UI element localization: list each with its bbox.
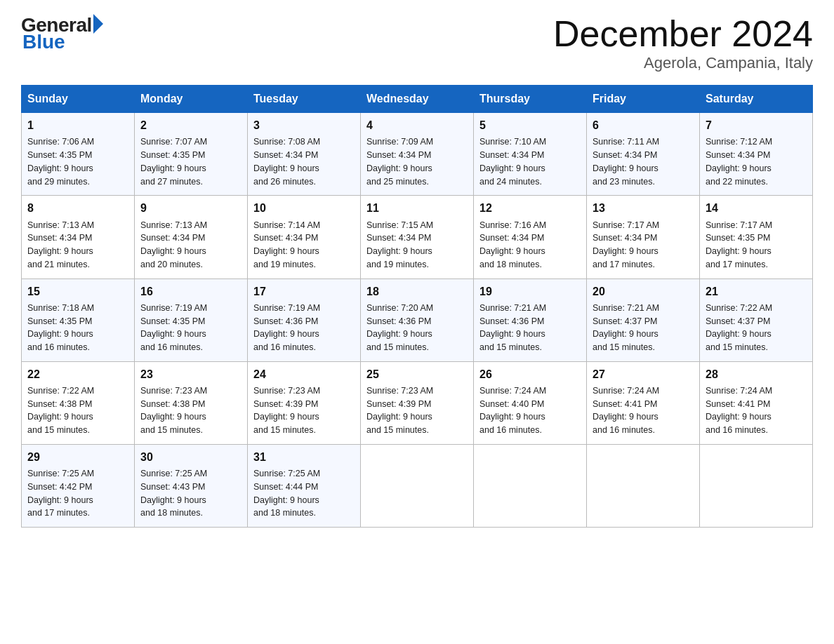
day-info: Sunrise: 7:22 AMSunset: 4:37 PMDaylight:… xyxy=(706,302,807,354)
day-number: 8 xyxy=(27,200,128,216)
empty-day-cell xyxy=(474,444,587,527)
calendar-day-cell: 2Sunrise: 7:07 AMSunset: 4:35 PMDaylight… xyxy=(135,113,248,196)
column-header-friday: Friday xyxy=(587,86,700,113)
logo-triangle-icon xyxy=(93,14,103,34)
calendar-day-cell: 19Sunrise: 7:21 AMSunset: 4:36 PMDayligh… xyxy=(474,279,587,361)
day-info: Sunrise: 7:23 AMSunset: 4:39 PMDaylight:… xyxy=(253,384,355,437)
day-number: 27 xyxy=(593,366,694,382)
day-info: Sunrise: 7:25 AMSunset: 4:43 PMDaylight:… xyxy=(140,467,241,520)
day-number: 25 xyxy=(366,366,468,382)
day-number: 30 xyxy=(140,449,241,465)
day-info: Sunrise: 7:18 AMSunset: 4:35 PMDaylight:… xyxy=(27,302,128,354)
day-number: 7 xyxy=(706,117,807,133)
empty-day-cell xyxy=(361,444,474,527)
day-number: 16 xyxy=(140,283,241,300)
day-info: Sunrise: 7:24 AMSunset: 4:40 PMDaylight:… xyxy=(479,384,581,437)
day-number: 10 xyxy=(253,200,355,216)
calendar-day-cell: 6Sunrise: 7:11 AMSunset: 4:34 PMDaylight… xyxy=(587,113,700,196)
column-header-monday: Monday xyxy=(135,86,248,113)
day-number: 23 xyxy=(140,366,241,382)
page-header: General Blue December 2024 Agerola, Camp… xyxy=(21,14,813,72)
calendar-day-cell: 12Sunrise: 7:16 AMSunset: 4:34 PMDayligh… xyxy=(474,196,587,279)
column-header-wednesday: Wednesday xyxy=(361,86,474,113)
calendar-day-cell: 9Sunrise: 7:13 AMSunset: 4:34 PMDaylight… xyxy=(135,196,248,279)
calendar-week-row: 15Sunrise: 7:18 AMSunset: 4:35 PMDayligh… xyxy=(22,279,813,361)
calendar-day-cell: 13Sunrise: 7:17 AMSunset: 4:34 PMDayligh… xyxy=(587,196,700,279)
day-info: Sunrise: 7:21 AMSunset: 4:36 PMDaylight:… xyxy=(479,302,581,354)
column-header-sunday: Sunday xyxy=(22,86,135,113)
day-info: Sunrise: 7:21 AMSunset: 4:37 PMDaylight:… xyxy=(593,302,694,354)
calendar-day-cell: 4Sunrise: 7:09 AMSunset: 4:34 PMDaylight… xyxy=(361,113,474,196)
day-number: 9 xyxy=(140,200,241,216)
calendar-day-cell: 30Sunrise: 7:25 AMSunset: 4:43 PMDayligh… xyxy=(135,444,248,527)
calendar-day-cell: 22Sunrise: 7:22 AMSunset: 4:38 PMDayligh… xyxy=(22,361,135,444)
day-info: Sunrise: 7:24 AMSunset: 4:41 PMDaylight:… xyxy=(593,384,694,437)
calendar-day-cell: 16Sunrise: 7:19 AMSunset: 4:35 PMDayligh… xyxy=(135,279,248,361)
day-info: Sunrise: 7:06 AMSunset: 4:35 PMDaylight:… xyxy=(27,135,128,188)
calendar-week-row: 22Sunrise: 7:22 AMSunset: 4:38 PMDayligh… xyxy=(22,361,813,444)
calendar-day-cell: 11Sunrise: 7:15 AMSunset: 4:34 PMDayligh… xyxy=(361,196,474,279)
calendar-header-row: SundayMondayTuesdayWednesdayThursdayFrid… xyxy=(22,86,813,113)
calendar-day-cell: 1Sunrise: 7:06 AMSunset: 4:35 PMDaylight… xyxy=(22,113,135,196)
location: Agerola, Campania, Italy xyxy=(553,54,813,72)
day-info: Sunrise: 7:11 AMSunset: 4:34 PMDaylight:… xyxy=(593,135,694,188)
day-number: 11 xyxy=(366,200,468,216)
day-number: 26 xyxy=(479,366,581,382)
calendar-day-cell: 18Sunrise: 7:20 AMSunset: 4:36 PMDayligh… xyxy=(361,279,474,361)
logo-blue-text: Blue xyxy=(22,31,65,53)
day-info: Sunrise: 7:13 AMSunset: 4:34 PMDaylight:… xyxy=(140,219,241,271)
day-number: 13 xyxy=(593,200,694,216)
day-number: 29 xyxy=(27,449,128,465)
calendar-day-cell: 26Sunrise: 7:24 AMSunset: 4:40 PMDayligh… xyxy=(474,361,587,444)
calendar-day-cell: 29Sunrise: 7:25 AMSunset: 4:42 PMDayligh… xyxy=(22,444,135,527)
day-info: Sunrise: 7:23 AMSunset: 4:39 PMDaylight:… xyxy=(366,384,468,437)
day-info: Sunrise: 7:12 AMSunset: 4:34 PMDaylight:… xyxy=(706,135,807,188)
day-number: 21 xyxy=(706,283,807,300)
day-info: Sunrise: 7:13 AMSunset: 4:34 PMDaylight:… xyxy=(27,219,128,271)
calendar-day-cell: 14Sunrise: 7:17 AMSunset: 4:35 PMDayligh… xyxy=(700,196,813,279)
calendar-day-cell: 7Sunrise: 7:12 AMSunset: 4:34 PMDaylight… xyxy=(700,113,813,196)
calendar-week-row: 29Sunrise: 7:25 AMSunset: 4:42 PMDayligh… xyxy=(22,444,813,527)
day-info: Sunrise: 7:17 AMSunset: 4:35 PMDaylight:… xyxy=(706,219,807,271)
day-info: Sunrise: 7:09 AMSunset: 4:34 PMDaylight:… xyxy=(366,135,468,188)
calendar-day-cell: 28Sunrise: 7:24 AMSunset: 4:41 PMDayligh… xyxy=(700,361,813,444)
day-info: Sunrise: 7:24 AMSunset: 4:41 PMDaylight:… xyxy=(706,384,807,437)
day-info: Sunrise: 7:15 AMSunset: 4:34 PMDaylight:… xyxy=(366,219,468,271)
calendar-day-cell: 31Sunrise: 7:25 AMSunset: 4:44 PMDayligh… xyxy=(248,444,361,527)
column-header-saturday: Saturday xyxy=(700,86,813,113)
day-number: 5 xyxy=(479,117,581,133)
day-number: 20 xyxy=(593,283,694,300)
day-number: 6 xyxy=(593,117,694,133)
day-info: Sunrise: 7:20 AMSunset: 4:36 PMDaylight:… xyxy=(366,302,468,354)
calendar-day-cell: 5Sunrise: 7:10 AMSunset: 4:34 PMDaylight… xyxy=(474,113,587,196)
calendar-day-cell: 27Sunrise: 7:24 AMSunset: 4:41 PMDayligh… xyxy=(587,361,700,444)
day-number: 28 xyxy=(706,366,807,382)
day-number: 14 xyxy=(706,200,807,216)
calendar-day-cell: 10Sunrise: 7:14 AMSunset: 4:34 PMDayligh… xyxy=(248,196,361,279)
day-info: Sunrise: 7:08 AMSunset: 4:34 PMDaylight:… xyxy=(253,135,355,188)
day-info: Sunrise: 7:16 AMSunset: 4:34 PMDaylight:… xyxy=(479,219,581,271)
calendar-day-cell: 8Sunrise: 7:13 AMSunset: 4:34 PMDaylight… xyxy=(22,196,135,279)
calendar-day-cell: 17Sunrise: 7:19 AMSunset: 4:36 PMDayligh… xyxy=(248,279,361,361)
day-info: Sunrise: 7:10 AMSunset: 4:34 PMDaylight:… xyxy=(479,135,581,188)
empty-day-cell xyxy=(700,444,813,527)
day-number: 19 xyxy=(479,283,581,300)
month-title: December 2024 xyxy=(553,14,813,54)
day-number: 15 xyxy=(27,283,128,300)
calendar-day-cell: 25Sunrise: 7:23 AMSunset: 4:39 PMDayligh… xyxy=(361,361,474,444)
column-header-tuesday: Tuesday xyxy=(248,86,361,113)
column-header-thursday: Thursday xyxy=(474,86,587,113)
day-info: Sunrise: 7:19 AMSunset: 4:35 PMDaylight:… xyxy=(140,302,241,354)
calendar-week-row: 1Sunrise: 7:06 AMSunset: 4:35 PMDaylight… xyxy=(22,113,813,196)
day-info: Sunrise: 7:14 AMSunset: 4:34 PMDaylight:… xyxy=(253,219,355,271)
day-number: 12 xyxy=(479,200,581,216)
calendar-table: SundayMondayTuesdayWednesdayThursdayFrid… xyxy=(21,85,813,528)
day-info: Sunrise: 7:07 AMSunset: 4:35 PMDaylight:… xyxy=(140,135,241,188)
day-number: 2 xyxy=(140,117,241,133)
calendar-day-cell: 24Sunrise: 7:23 AMSunset: 4:39 PMDayligh… xyxy=(248,361,361,444)
calendar-week-row: 8Sunrise: 7:13 AMSunset: 4:34 PMDaylight… xyxy=(22,196,813,279)
day-info: Sunrise: 7:17 AMSunset: 4:34 PMDaylight:… xyxy=(593,219,694,271)
day-number: 31 xyxy=(253,449,355,465)
day-number: 17 xyxy=(253,283,355,300)
logo: General Blue xyxy=(21,14,103,53)
